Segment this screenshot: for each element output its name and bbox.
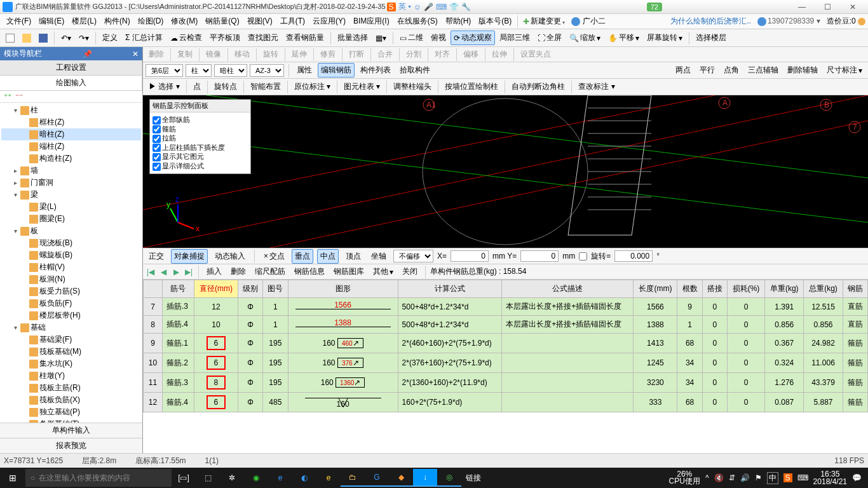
cell-shape[interactable]: 160 376↗ (288, 353, 398, 373)
select-tool[interactable]: ▶ 选择 ▾ (146, 79, 183, 94)
grid-header[interactable]: 根数 (677, 280, 702, 298)
grid-header[interactable]: 公式描述 (502, 280, 634, 298)
cell[interactable]: Φ (238, 334, 262, 353)
tree-node[interactable]: 圈梁(E) (1, 213, 141, 225)
cell[interactable]: 34 (677, 373, 702, 393)
cell[interactable]: Φ (238, 316, 262, 334)
tab-report-preview[interactable]: 报表预览 (0, 438, 142, 453)
cell[interactable]: 箍筋 (843, 353, 867, 373)
menu-item[interactable]: BIM应用(I) (349, 15, 393, 28)
tree-node[interactable]: 板负筋(F) (1, 297, 141, 309)
rotate-input[interactable] (614, 250, 653, 262)
cell-shape[interactable]: ╲160╱ (288, 393, 398, 412)
cell-shape[interactable]: 160 460↗ (288, 334, 398, 353)
cell[interactable]: 0 (702, 316, 727, 334)
tree-node[interactable]: 柱帽(V) (1, 261, 141, 273)
tree-node[interactable]: ▾ 柱 (1, 104, 141, 116)
grid-header[interactable]: 级别 (238, 280, 262, 298)
osnap-toggle[interactable]: 对象捕捉 (171, 249, 208, 264)
panel-checkbox[interactable] (153, 153, 161, 161)
grid-scale-button[interactable]: 缩尺配筋 (252, 264, 288, 279)
menu-item[interactable]: 绘图(D) (134, 15, 168, 28)
menu-item[interactable]: 工具(T) (276, 15, 309, 28)
panel-checkbox-row[interactable]: 全部纵筋 (153, 115, 248, 125)
cell[interactable]: 500+48*d+1.2*34*d (398, 298, 502, 316)
task-edge[interactable]: e (268, 469, 292, 487)
grid-header[interactable]: 损耗(%) (727, 280, 764, 298)
grid-header[interactable]: 图号 (263, 280, 288, 298)
draw-tool-5[interactable]: 调整柱端头 (390, 79, 435, 94)
cell[interactable]: 本层露出长度+搭接+插筋锚固长度 (502, 298, 634, 316)
cell[interactable]: 0 (702, 298, 727, 316)
tree-node[interactable]: 柱墩(Y) (1, 370, 141, 382)
grid-header[interactable]: 筋号 (163, 280, 194, 298)
nav-prev-icon[interactable]: ◀ (158, 268, 168, 276)
panel-checkbox[interactable] (153, 144, 161, 152)
action-3[interactable]: 移动 (231, 47, 253, 62)
cell[interactable]: 1413 (634, 334, 677, 353)
grid-library-button[interactable]: 钢筋图库 (330, 264, 367, 279)
cell[interactable] (502, 373, 634, 393)
grid-other-button[interactable]: 其他▾ (370, 264, 397, 279)
tray-volume-icon[interactable]: 🔊 (740, 473, 750, 482)
cell[interactable]: 68 (677, 334, 702, 353)
redo-button[interactable]: ↷▾ (76, 32, 92, 44)
nav-first-icon[interactable]: |◀ (146, 268, 156, 276)
tree-node[interactable]: ▾ 板 (1, 225, 141, 237)
menu-item[interactable]: 钢筋量(Q) (201, 15, 243, 28)
action-7[interactable]: 打断 (346, 47, 367, 62)
tree-node[interactable]: 现浇板(B) (1, 237, 141, 249)
cell[interactable]: 333 (634, 393, 677, 412)
cell[interactable]: 68 (677, 393, 702, 412)
properties-button[interactable]: 属性 (294, 63, 315, 78)
task-app-4[interactable]: ↓ (413, 469, 437, 487)
orbit-button[interactable]: ⟳动态观察 (451, 30, 495, 45)
tree-node[interactable]: 框柱(Z) (1, 116, 141, 128)
menu-item[interactable]: 视图(V) (243, 15, 276, 28)
action-2[interactable]: 镜像 (203, 47, 224, 62)
snap-apex[interactable]: 顶点 (342, 249, 364, 264)
cell-diameter[interactable]: 12 (194, 298, 238, 316)
tray-ime-cn[interactable]: 中 (767, 472, 778, 484)
action-4[interactable]: 旋转 (260, 47, 281, 62)
dimension-button[interactable]: 尺寸标注▾ (824, 63, 865, 78)
tree-node[interactable]: ▾ 基础 (1, 322, 141, 334)
grid-header[interactable]: 总重(kg) (804, 280, 843, 298)
tree-node[interactable]: 筏板负筋(X) (1, 394, 141, 406)
snap-perp[interactable]: 垂点 (292, 249, 313, 264)
tree-node[interactable]: 板洞(N) (1, 273, 141, 285)
save-button[interactable] (36, 32, 51, 44)
menu-item[interactable]: 楼层(L) (68, 15, 100, 28)
tree-node[interactable]: ▸ 门窗洞 (1, 177, 141, 189)
task-app-g[interactable]: G (365, 469, 389, 487)
snap-axis[interactable]: 坐轴 (368, 249, 390, 264)
cell[interactable]: 插筋.4 (163, 316, 194, 334)
cell[interactable]: 1566 (634, 298, 677, 316)
menu-item[interactable]: 帮助(H) (442, 15, 475, 28)
category-combo[interactable]: 柱 (186, 64, 212, 77)
screen-rotate-button[interactable]: 屏幕旋转▾ (644, 30, 686, 45)
draw-tool-0[interactable]: 点 (190, 79, 204, 94)
tray-keyboard-icon[interactable]: ⌨ (797, 473, 808, 482)
tray-clock[interactable]: 16:352018/4/21 (813, 470, 847, 485)
tree-expand-icon[interactable]: ▾ (11, 227, 19, 234)
cell[interactable]: Φ (238, 393, 262, 412)
cell[interactable]: 1 (677, 316, 702, 334)
cell[interactable]: 1 (263, 298, 288, 316)
action-10[interactable]: 对齐 (431, 47, 453, 62)
grid-header[interactable]: 图形 (288, 280, 398, 298)
tray-network-icon[interactable]: ⇵ (729, 473, 735, 482)
cell-diameter[interactable]: 6 (194, 334, 238, 353)
tree-node[interactable]: 梁(L) (1, 201, 141, 213)
action-11[interactable]: 偏移 (460, 47, 482, 62)
cell[interactable]: 11.006 (804, 353, 843, 373)
close-button[interactable]: ✕ (840, 1, 865, 13)
cell[interactable]: 195 (263, 353, 288, 373)
cell[interactable]: 0.087 (765, 393, 804, 412)
cell[interactable]: 0 (702, 373, 727, 393)
cell[interactable]: 0 (727, 393, 764, 412)
tree-node[interactable]: ▾ 梁 (1, 189, 141, 201)
cell[interactable]: 箍筋 (843, 373, 867, 393)
cell[interactable]: 3230 (634, 373, 677, 393)
cell[interactable]: 500+48*d+1.2*34*d (398, 316, 502, 334)
